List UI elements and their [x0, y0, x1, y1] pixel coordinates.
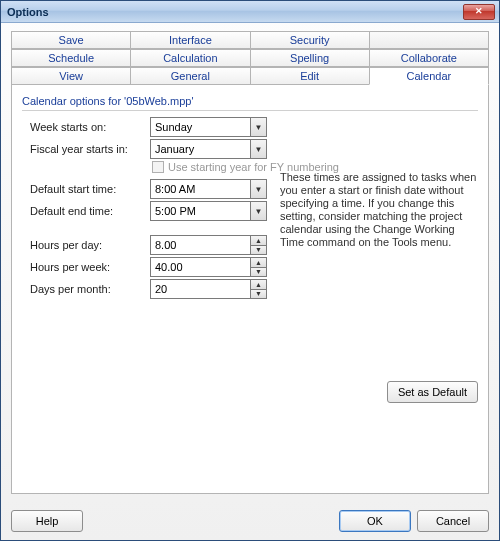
label-hours-week: Hours per week:	[30, 261, 150, 273]
combo-week-starts-input[interactable]	[150, 117, 250, 137]
chevron-down-icon[interactable]: ▼	[250, 267, 267, 278]
tab-view[interactable]: View	[11, 67, 131, 85]
dialog-body: Save Interface Security Schedule Calcula…	[1, 23, 499, 502]
dialog-footer: Help OK Cancel	[1, 502, 499, 540]
window-title: Options	[7, 6, 463, 18]
close-icon[interactable]: ✕	[463, 4, 495, 20]
spin-days-month-input[interactable]	[150, 279, 250, 299]
chevron-up-icon[interactable]: ▲	[250, 279, 267, 289]
combo-default-end[interactable]: ▼	[150, 201, 267, 221]
tab-schedule[interactable]: Schedule	[11, 49, 131, 67]
tab-calculation[interactable]: Calculation	[130, 49, 250, 67]
group-divider	[22, 110, 478, 111]
tab-strip: Save Interface Security Schedule Calcula…	[11, 31, 489, 85]
chevron-down-icon[interactable]: ▼	[250, 139, 267, 159]
chevron-down-icon[interactable]: ▼	[250, 179, 267, 199]
chevron-down-icon[interactable]: ▼	[250, 245, 267, 256]
titlebar: Options ✕	[1, 1, 499, 23]
cancel-button[interactable]: Cancel	[417, 510, 489, 532]
label-default-start: Default start time:	[30, 183, 150, 195]
combo-default-start[interactable]: ▼	[150, 179, 267, 199]
group-title: Calendar options for '05bWeb.mpp'	[22, 95, 478, 107]
chevron-down-icon[interactable]: ▼	[250, 117, 267, 137]
help-button[interactable]: Help	[11, 510, 83, 532]
options-dialog: Options ✕ Save Interface Security Schedu…	[0, 0, 500, 541]
tab-spelling[interactable]: Spelling	[250, 49, 370, 67]
spin-days-month[interactable]: ▲▼	[150, 279, 267, 299]
combo-fiscal-starts-input[interactable]	[150, 139, 250, 159]
label-fiscal-starts: Fiscal year starts in:	[30, 143, 150, 155]
label-days-month: Days per month:	[30, 283, 150, 295]
combo-week-starts[interactable]: ▼	[150, 117, 267, 137]
chevron-up-icon[interactable]: ▲	[250, 257, 267, 267]
spin-hours-week-input[interactable]	[150, 257, 250, 277]
tab-edit[interactable]: Edit	[250, 67, 370, 85]
label-hours-day: Hours per day:	[30, 239, 150, 251]
chevron-down-icon[interactable]: ▼	[250, 289, 267, 300]
chevron-down-icon[interactable]: ▼	[250, 201, 267, 221]
tab-general[interactable]: General	[130, 67, 250, 85]
combo-fiscal-starts[interactable]: ▼	[150, 139, 267, 159]
checkbox-icon	[152, 161, 164, 173]
set-default-button[interactable]: Set as Default	[387, 381, 478, 403]
spin-hours-week[interactable]: ▲▼	[150, 257, 267, 277]
tab-collaborate[interactable]: Collaborate	[369, 49, 489, 67]
chevron-up-icon[interactable]: ▲	[250, 235, 267, 245]
combo-default-end-input[interactable]	[150, 201, 250, 221]
tab-empty	[369, 31, 489, 49]
tab-save[interactable]: Save	[11, 31, 131, 49]
label-week-starts: Week starts on:	[30, 121, 150, 133]
tab-panel-calendar: Calendar options for '05bWeb.mpp' Week s…	[11, 85, 489, 494]
tab-security[interactable]: Security	[250, 31, 370, 49]
info-text: These times are assigned to tasks when y…	[280, 171, 478, 249]
label-default-end: Default end time:	[30, 205, 150, 217]
tab-calendar[interactable]: Calendar	[369, 67, 489, 85]
spin-hours-day[interactable]: ▲▼	[150, 235, 267, 255]
spin-hours-day-input[interactable]	[150, 235, 250, 255]
combo-default-start-input[interactable]	[150, 179, 250, 199]
tab-interface[interactable]: Interface	[130, 31, 250, 49]
ok-button[interactable]: OK	[339, 510, 411, 532]
